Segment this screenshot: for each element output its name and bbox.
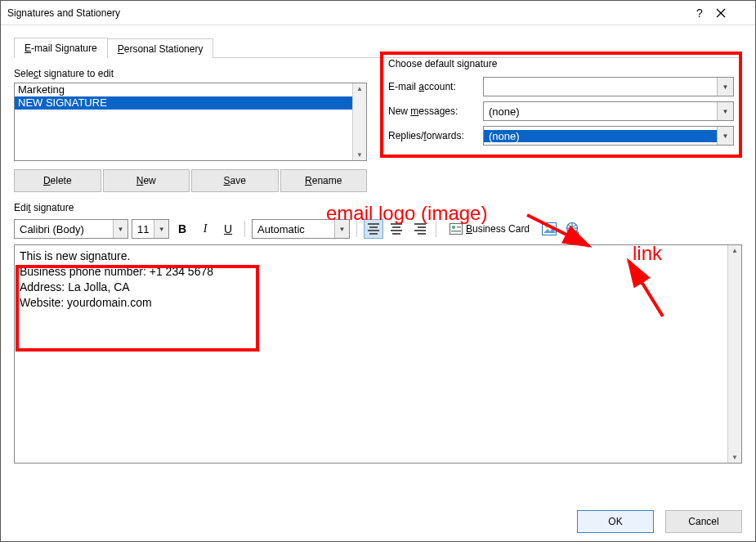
chevron-down-icon[interactable]: ▼ xyxy=(717,102,733,120)
image-icon xyxy=(542,222,557,235)
window-title: Signatures and Stationery xyxy=(7,1,683,25)
chevron-down-icon[interactable]: ▼ xyxy=(717,127,733,145)
save-button[interactable]: Save xyxy=(191,169,279,192)
tab-email-signature[interactable]: E-mail Signaturedocument.currentScript.p… xyxy=(14,38,108,58)
globe-link-icon xyxy=(565,222,579,236)
signature-listbox[interactable]: Marketing NEW SIGNATURE ▲▼ xyxy=(14,83,367,161)
default-signature-group: Choose default signature E-mail account:… xyxy=(380,52,742,158)
chevron-down-icon[interactable]: ▼ xyxy=(717,78,733,96)
signature-item-marketing[interactable]: Marketing xyxy=(15,83,352,96)
ok-button[interactable]: OK xyxy=(577,510,654,533)
new-messages-label: New messages: xyxy=(388,105,478,117)
separator xyxy=(436,221,436,237)
new-messages-combo[interactable]: (none) ▼ xyxy=(483,101,734,121)
separator xyxy=(244,221,245,237)
insert-hyperlink-button[interactable] xyxy=(562,219,582,239)
listbox-scrollbar[interactable]: ▲▼ xyxy=(352,83,366,160)
font-family-combo[interactable]: Calibri (Body) ▼ xyxy=(14,219,128,239)
svg-rect-3 xyxy=(451,231,461,232)
chevron-down-icon[interactable]: ▼ xyxy=(334,220,349,238)
signature-item-new[interactable]: NEW SIGNATURE xyxy=(15,96,352,110)
editor-scrollbar[interactable]: ▲▼ xyxy=(727,245,741,463)
align-center-button[interactable] xyxy=(387,219,406,239)
svg-point-1 xyxy=(452,226,455,229)
chevron-down-icon[interactable]: ▼ xyxy=(154,220,168,238)
chevron-down-icon[interactable]: ▼ xyxy=(113,220,127,238)
default-signature-title: Choose default signature xyxy=(388,58,734,69)
cancel-button[interactable]: Cancel xyxy=(665,510,742,533)
email-account-combo[interactable]: ▼ xyxy=(483,77,734,96)
business-card-icon xyxy=(450,223,463,235)
rename-button[interactable]: Rename xyxy=(280,169,368,192)
editor-content[interactable]: This is new signature. Business phone nu… xyxy=(15,245,727,463)
email-account-label: E-mail account: xyxy=(388,81,478,92)
separator xyxy=(356,221,357,237)
title-bar: Signatures and Stationery ? xyxy=(1,1,755,25)
tab-personal-stationery[interactable]: Personal Stationerydocument.currentScrip… xyxy=(107,38,214,58)
dialog-footer: OK Cancel xyxy=(577,510,742,533)
new-button[interactable]: New xyxy=(103,169,190,192)
svg-rect-0 xyxy=(450,224,463,235)
replies-forwards-combo[interactable]: (none) ▼ xyxy=(483,126,734,146)
insert-image-button[interactable] xyxy=(539,219,559,239)
editor-line: This is new signature. xyxy=(20,249,722,264)
italic-button[interactable]: I xyxy=(195,219,215,239)
bold-button[interactable]: B xyxy=(172,219,192,239)
svg-point-5 xyxy=(545,225,548,228)
business-card-button[interactable]: Business Card xyxy=(443,219,536,239)
editor-line: Website: yourdomain.com xyxy=(20,295,722,311)
dialog-window: Signatures and Stationery ? E-mail Signa… xyxy=(0,0,756,542)
align-left-button[interactable] xyxy=(364,219,383,239)
editor-line: Address: La Jolla, CA xyxy=(20,280,722,295)
delete-button[interactable]: Delete xyxy=(14,169,101,192)
align-right-button[interactable] xyxy=(409,219,429,239)
underline-button[interactable]: U xyxy=(218,219,238,239)
svg-rect-4 xyxy=(543,223,557,235)
font-color-combo[interactable]: Automatic ▼ xyxy=(252,219,350,239)
font-size-combo[interactable]: 11 ▼ xyxy=(132,219,169,239)
edit-signature-label: Edit signature xyxy=(14,202,742,213)
select-signature-label: Select signature to edit xyxy=(14,68,367,79)
close-button[interactable] xyxy=(716,8,749,18)
editor-line: Business phone number: +1 234 5678 xyxy=(20,264,722,280)
replies-forwards-label: Replies/forwards: xyxy=(388,130,478,141)
help-button[interactable]: ? xyxy=(683,1,716,25)
signature-editor[interactable]: This is new signature. Business phone nu… xyxy=(14,244,742,464)
svg-rect-2 xyxy=(457,226,461,228)
editor-toolbar: Calibri (Body) ▼ 11 ▼ B I U Automatic ▼ … xyxy=(14,217,742,241)
